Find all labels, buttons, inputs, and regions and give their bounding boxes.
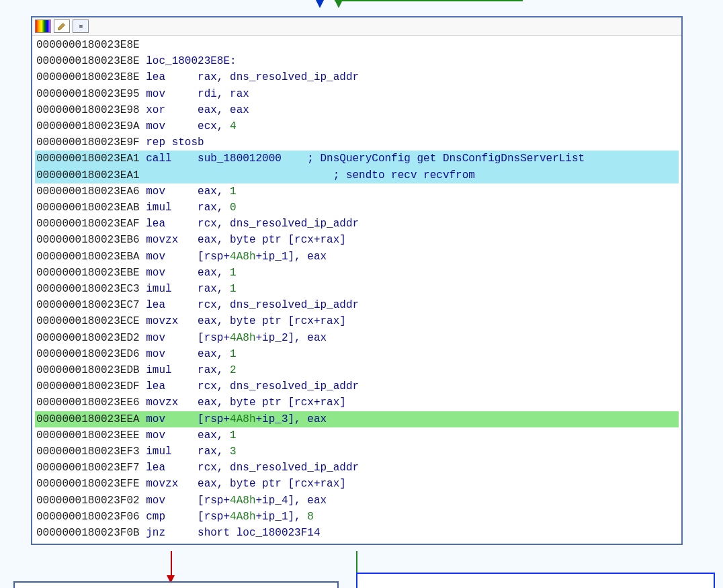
mnemonic: movzx	[146, 478, 178, 490]
mnemonic: xor	[146, 104, 165, 116]
address: 0000000180023EAF	[36, 218, 140, 230]
disasm-line[interactable]: 0000000180023EF3 imul rax, 3	[35, 444, 679, 460]
disasm-line[interactable]: 0000000180023EA6 mov eax, 1	[35, 183, 679, 200]
label-ref: ip_1	[262, 251, 288, 263]
address: 0000000180023E9F	[36, 136, 140, 149]
operand: ecx,	[198, 120, 230, 132]
operand: ], eax	[288, 251, 327, 263]
disasm-line[interactable]: 0000000180023EF7 lea rcx, dns_resolved_i…	[35, 460, 679, 476]
operand: eax, byte ptr [rcx+rax]	[198, 234, 346, 246]
operand: sub_180012000	[198, 153, 282, 165]
mnemonic: mov	[146, 185, 165, 198]
hex-view-icon[interactable]: ≡	[73, 19, 89, 33]
comment: ; sendto recv recvfrom	[333, 169, 475, 181]
operand: eax, byte ptr [rcx+rax]	[198, 396, 346, 409]
color-palette-icon[interactable]	[35, 19, 51, 33]
operand: rcx, dns_resolved_ip_addr	[198, 218, 359, 230]
address: 0000000180023EE6	[36, 396, 140, 409]
immediate: 2	[230, 364, 237, 376]
mnemonic: cmp	[146, 511, 165, 523]
disasm-line[interactable]: 0000000180023EA1 ; sendto recv recvfrom	[35, 167, 679, 183]
address: 0000000180023EEA	[36, 413, 140, 425]
address: 0000000180023E8E	[36, 55, 140, 67]
disasm-line[interactable]: 0000000180023EDF lea rcx, dns_resolved_i…	[35, 378, 679, 394]
edit-icon[interactable]	[54, 19, 70, 33]
address: 0000000180023EC3	[36, 283, 140, 295]
disasm-line[interactable]: 0000000180023F06 cmp [rsp+4A8h+ip_1], 8	[35, 509, 679, 525]
mnemonic: mov	[146, 413, 165, 425]
disasm-line[interactable]: 0000000180023F0B jnz short loc_180023F14	[35, 525, 679, 541]
operand: rax,	[198, 446, 230, 458]
operand: +	[255, 332, 262, 344]
disasm-line[interactable]: 0000000180023E9F rep stosb	[35, 134, 679, 151]
incoming-arrow-green-icon	[335, 0, 343, 8]
immediate: 4A8h	[230, 495, 255, 507]
address: 0000000180023F02	[36, 495, 140, 507]
mnemonic: mov	[146, 267, 165, 279]
mnemonic: lea	[146, 299, 165, 311]
disasm-line[interactable]: 0000000180023EA1 call sub_180012000 ; Dn…	[35, 151, 679, 167]
operand: rax,	[198, 283, 230, 295]
address: 0000000180023EDF	[36, 380, 140, 392]
mnemonic: movzx	[146, 234, 178, 246]
disasm-line[interactable]: 0000000180023E95 mov rdi, rax	[35, 86, 679, 102]
label-ref: ip_4	[262, 495, 288, 507]
disasm-line[interactable]: 0000000180023E9A mov ecx, 4	[35, 118, 679, 134]
disasm-line[interactable]: 0000000180023ED6 mov eax, 1	[35, 346, 679, 362]
operand: +	[255, 251, 262, 263]
disasm-line[interactable]: 0000000180023E8E loc_180023E8E:	[35, 53, 679, 69]
operand: eax,	[198, 185, 230, 198]
disasm-line[interactable]: 0000000180023EEA mov [rsp+4A8h+ip_3], ea…	[35, 411, 679, 427]
mnemonic: mov	[146, 332, 165, 344]
operand: ], eax	[288, 332, 327, 344]
operand: ],	[288, 511, 308, 523]
immediate: 0	[230, 202, 237, 214]
mnemonic: mov	[146, 495, 165, 507]
disassembly-code[interactable]: 0000000180023E8E0000000180023E8E loc_180…	[32, 36, 681, 544]
operand: rcx, dns_resolved_ip_addr	[198, 380, 359, 392]
disasm-line[interactable]: 0000000180023EFE movzx eax, byte ptr [rc…	[35, 476, 679, 492]
disasm-line[interactable]: 0000000180023EBE mov eax, 1	[35, 265, 679, 281]
disasm-line[interactable]: 0000000180023E8E lea rax, dns_resolved_i…	[35, 69, 679, 85]
address: 0000000180023E98	[36, 104, 140, 116]
address: 0000000180023EF7	[36, 462, 140, 474]
address: 0000000180023EBE	[36, 267, 140, 279]
disasm-line[interactable]: 0000000180023EAB imul rax, 0	[35, 200, 679, 216]
disasm-line[interactable]: 0000000180023EBA mov [rsp+4A8h+ip_1], ea…	[35, 249, 679, 265]
mnemonic: imul	[146, 364, 171, 376]
disasm-line[interactable]: 0000000180023EDB imul rax, 2	[35, 362, 679, 378]
disasm-line[interactable]: 0000000180023ECE movzx eax, byte ptr [rc…	[35, 313, 679, 329]
disasm-line[interactable]: 0000000180023EEE mov eax, 1	[35, 427, 679, 444]
address: 0000000180023EC7	[36, 299, 140, 311]
disassembly-block[interactable]: ≡ 0000000180023E8E0000000180023E8E loc_1…	[31, 16, 683, 545]
immediate: 1	[230, 348, 237, 360]
successor-block-left[interactable]	[13, 581, 339, 588]
operand: rcx, dns_resolved_ip_addr	[198, 462, 359, 474]
operand: eax,	[198, 348, 230, 360]
disasm-line[interactable]: 0000000180023ED2 mov [rsp+4A8h+ip_2], ea…	[35, 330, 679, 346]
immediate: 4A8h	[230, 251, 255, 263]
immediate: 3	[230, 446, 237, 458]
successor-block-right[interactable]	[356, 573, 715, 588]
block-toolbar: ≡	[32, 17, 681, 36]
mnemonic: lea	[146, 71, 165, 83]
disasm-line[interactable]: 0000000180023EC7 lea rcx, dns_resolved_i…	[35, 297, 679, 313]
operand: rdi, rax	[198, 88, 249, 100]
disasm-line[interactable]: 0000000180023EAF lea rcx, dns_resolved_i…	[35, 216, 679, 232]
operand: [rsp+	[198, 251, 230, 263]
immediate: 4A8h	[230, 413, 255, 425]
immediate: 8	[307, 511, 314, 523]
incoming-edge-green	[335, 0, 523, 1]
disasm-line[interactable]: 0000000180023E98 xor eax, eax	[35, 102, 679, 118]
disasm-line[interactable]: 0000000180023EB6 movzx eax, byte ptr [rc…	[35, 232, 679, 248]
mnemonic: mov	[146, 348, 165, 360]
operand: +	[255, 495, 262, 507]
operand: [rsp+	[198, 413, 230, 425]
mnemonic: mov	[146, 88, 165, 100]
disasm-line[interactable]: 0000000180023EC3 imul rax, 1	[35, 281, 679, 297]
disasm-line[interactable]: 0000000180023E8E	[35, 37, 679, 53]
disasm-line[interactable]: 0000000180023F02 mov [rsp+4A8h+ip_4], ea…	[35, 493, 679, 509]
mnemonic: movzx	[146, 315, 178, 327]
mnemonic: lea	[146, 462, 165, 474]
disasm-line[interactable]: 0000000180023EE6 movzx eax, byte ptr [rc…	[35, 394, 679, 411]
